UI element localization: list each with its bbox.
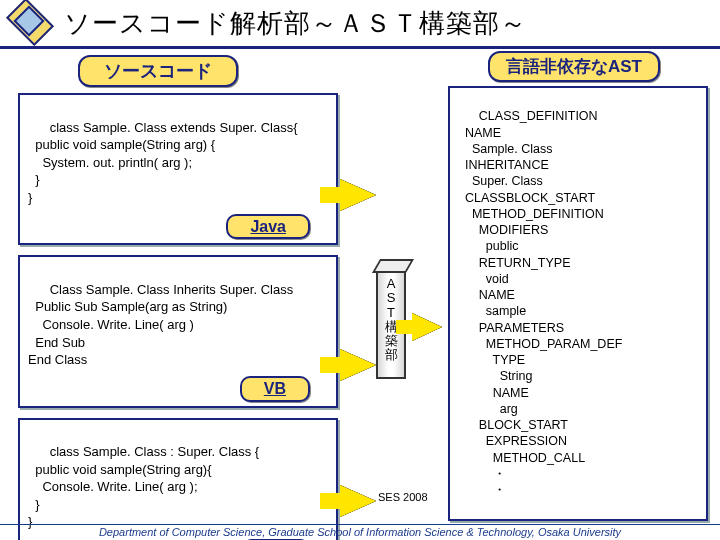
- code-box-vb: Class Sample. Class Inherits Super. Clas…: [18, 255, 338, 407]
- source-code-column: ソースコード class Sample. Class extends Super…: [18, 55, 338, 540]
- content-area: ソースコード class Sample. Class extends Super…: [0, 49, 720, 529]
- lang-tag-vb: VB: [240, 376, 310, 402]
- ast-tree-text: CLASS_DEFINITION NAME Sample. Class INHE…: [458, 109, 622, 497]
- logo-icon: [8, 4, 52, 42]
- code-text: class Sample. Class extends Super. Class…: [28, 120, 298, 205]
- footer-text: Department of Computer Science, Graduate…: [0, 524, 720, 538]
- lang-tag-java: Java: [226, 214, 310, 240]
- page-title: ソースコード解析部～ＡＳＴ構築部～: [64, 6, 527, 41]
- title-bar: ソースコード解析部～ＡＳＴ構築部～: [0, 0, 720, 49]
- code-box-java: class Sample. Class extends Super. Class…: [18, 93, 338, 245]
- ast-tree-box: CLASS_DEFINITION NAME Sample. Class INHE…: [448, 86, 708, 521]
- arrow-icon: [340, 349, 376, 381]
- arrow-icon: [412, 313, 442, 341]
- ses-label: SES 2008: [378, 491, 428, 503]
- ast-output-column: 言語非依存なAST CLASS_DEFINITION NAME Sample. …: [448, 51, 708, 521]
- code-box-csharp: class Sample. Class : Super. Class { pub…: [18, 418, 338, 540]
- arrow-icon: [340, 179, 376, 211]
- ast-output-badge: 言語非依存なAST: [488, 51, 660, 82]
- arrow-icon: [340, 485, 376, 517]
- code-text: Class Sample. Class Inherits Super. Clas…: [28, 282, 293, 367]
- code-text: class Sample. Class : Super. Class { pub…: [28, 444, 259, 529]
- source-code-badge: ソースコード: [78, 55, 238, 87]
